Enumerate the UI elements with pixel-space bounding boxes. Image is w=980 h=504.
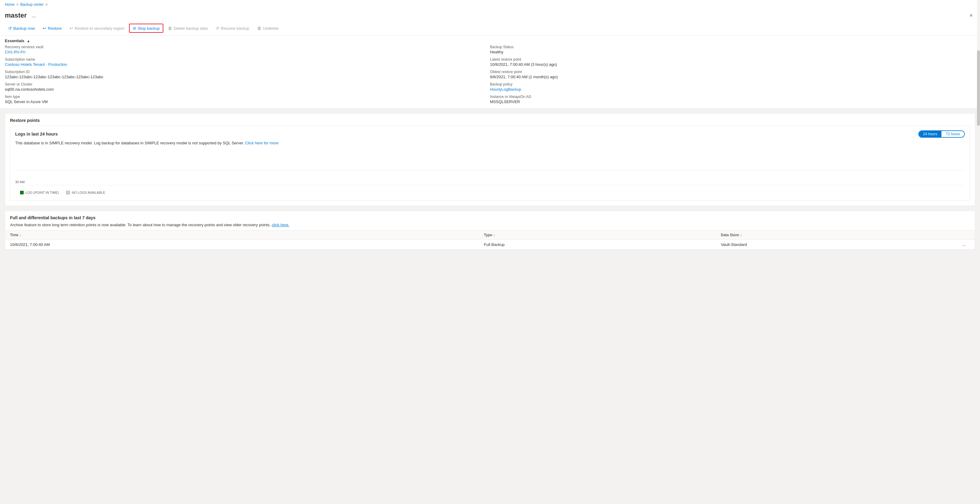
logs-message: This database is in SIMPLE recovery mode… <box>10 141 970 149</box>
backup-status-field: Backup Status Healthy <box>490 45 975 54</box>
toolbar: ↺ Backup now ↩ Restore ↩ Restore to seco… <box>5 22 975 35</box>
essentials-section: Essentials ▲ Recovery services vault CH1… <box>0 35 980 109</box>
restore-points-title: Restore points <box>5 114 975 126</box>
legend-log-color <box>20 191 24 194</box>
legend-log-label: LOG (POINT IN TIME) <box>25 191 59 194</box>
backup-now-button[interactable]: ↺ Backup now <box>5 24 38 32</box>
table-row: 10/8/2021, 7:00:40 AM Full Backup Vault-… <box>5 240 975 250</box>
oldest-restore-field: Oldest restore point 9/8/2021, 7:00:40 A… <box>490 70 975 79</box>
legend-nologs-color <box>66 191 70 194</box>
full-backups-card: Full and differential backups in last 7 … <box>5 211 975 250</box>
delete-backup-label: Delete backup data <box>173 26 208 31</box>
resume-backup-label: Resume backup <box>221 26 249 31</box>
col-actions <box>958 233 970 237</box>
col-time-label: Time <box>10 233 19 237</box>
restore-points-inner: Logs in last 24 hours 24 hours 72 hours … <box>10 126 970 201</box>
stop-backup-button[interactable]: ⊘ Stop backup <box>129 24 163 33</box>
72-hours-button[interactable]: 72 hours <box>942 131 964 137</box>
legend-nologs-item: NO LOGS AVAILABLE <box>66 191 105 194</box>
restore-button[interactable]: ↩ Restore <box>40 24 65 32</box>
sort-type-icon[interactable]: ↕ <box>493 233 495 237</box>
col-datastore-label: Data Store <box>721 233 739 237</box>
backup-status-value: Healthy <box>490 50 975 54</box>
subscription-name-value[interactable]: Contoso Hotels Tenant - Production <box>5 62 490 67</box>
close-button[interactable]: × <box>967 12 975 19</box>
subscription-id-label: Subscription ID <box>5 70 490 74</box>
backup-policy-field: Backup policy HourlyLogBackup <box>490 82 975 92</box>
full-backups-title: Full and differential backups in last 7 … <box>5 211 975 223</box>
undelete-button[interactable]: 🗑 Undelete <box>254 24 282 32</box>
legend-nologs-label: NO LOGS AVAILABLE <box>72 191 105 194</box>
chart-time-label: 30 AM <box>15 180 25 184</box>
notice-text: Archive feature to store long term reten… <box>10 223 270 227</box>
chart-legend: LOG (POINT IN TIME) NO LOGS AVAILABLE <box>15 188 965 197</box>
essentials-header[interactable]: Essentials ▲ <box>5 35 975 45</box>
essentials-left-col: Recovery services vault CH1-RV-Pri Subsc… <box>5 45 490 104</box>
logs-message-link[interactable]: Click here for more <box>245 141 279 145</box>
24-hours-button[interactable]: 24 hours <box>919 131 942 137</box>
legend-log-item: LOG (POINT IN TIME) <box>20 191 59 194</box>
server-value: sql00.na.contosohotels.com <box>5 87 490 92</box>
resume-backup-button[interactable]: ↺ Resume backup <box>212 24 253 32</box>
breadcrumb-sep1: > <box>16 2 19 7</box>
item-type-value: SQL Server in Azure VM <box>5 100 490 104</box>
restore-points-card: Restore points Logs in last 24 hours 24 … <box>5 113 975 206</box>
latest-restore-field: Latest restore point 10/8/2021, 7:00:40 … <box>490 57 975 67</box>
row-actions-btn[interactable]: ... <box>958 242 970 247</box>
server-label: Server or Cluster <box>5 82 490 86</box>
breadcrumb: Home > Backup center > <box>0 0 980 9</box>
row-type: Full Backup <box>484 242 721 247</box>
delete-backup-icon: 🗑 <box>168 26 172 31</box>
row-datastore: Vault-Standard <box>721 242 958 247</box>
breadcrumb-home[interactable]: Home <box>5 2 14 7</box>
row-time: 10/8/2021, 7:00:40 AM <box>10 242 484 247</box>
col-type: Type ↕ <box>484 233 721 237</box>
full-backups-notice: Archive feature to store long term reten… <box>5 223 975 230</box>
page-title: master <box>5 11 27 19</box>
essentials-title: Essentials <box>5 38 24 43</box>
scrollbar-thumb <box>977 50 980 126</box>
col-time: Time ↕ <box>10 233 484 237</box>
restore-label: Restore <box>48 26 62 31</box>
sort-time-icon[interactable]: ↕ <box>20 233 21 237</box>
latest-restore-value: 10/8/2021, 7:00:40 AM (3 hour(s) ago) <box>490 62 975 67</box>
scrollbar-track[interactable] <box>977 0 980 504</box>
essentials-grid: Recovery services vault CH1-RV-Pri Subsc… <box>5 45 975 108</box>
table-header: Time ↕ Type ↕ Data Store ↕ <box>5 230 975 240</box>
instance-value: MSSQLSERVER <box>490 100 975 104</box>
backup-policy-value[interactable]: HourlyLogBackup <box>490 87 975 92</box>
page-header: master ... × ↺ Backup now ↩ Restore ↩ Re… <box>0 9 980 35</box>
undelete-label: Undelete <box>263 26 279 31</box>
server-field: Server or Cluster sql00.na.contosohotels… <box>5 82 490 92</box>
time-toggle: 24 hours 72 hours <box>918 130 965 138</box>
oldest-restore-value: 9/8/2021, 7:00:40 AM (1 month(s) ago) <box>490 74 975 79</box>
restore-secondary-label: Restore to secondary region <box>75 26 124 31</box>
logs-message-text: This database is in SIMPLE recovery mode… <box>15 141 244 145</box>
notice-link[interactable]: click here. <box>272 223 290 227</box>
more-options-button[interactable]: ... <box>30 12 38 19</box>
main-content: Restore points Logs in last 24 hours 24 … <box>0 109 980 255</box>
restore-secondary-button[interactable]: ↩ Restore to secondary region <box>66 24 127 32</box>
resume-backup-icon: ↺ <box>216 26 219 31</box>
stop-backup-label: Stop backup <box>138 26 160 31</box>
item-type-field: Item type SQL Server in Azure VM <box>5 95 490 104</box>
breadcrumb-sep2: > <box>46 2 48 7</box>
essentials-collapse-icon: ▲ <box>27 39 30 43</box>
recovery-vault-value[interactable]: CH1-RV-Pri <box>5 50 490 54</box>
breadcrumb-backup-center[interactable]: Backup center <box>20 2 44 7</box>
item-type-label: Item type <box>5 95 490 99</box>
subscription-name-label: Subscription name <box>5 57 490 62</box>
essentials-right-col: Backup Status Healthy Latest restore poi… <box>490 45 975 104</box>
delete-backup-button[interactable]: 🗑 Delete backup data <box>165 24 211 32</box>
backup-status-label: Backup Status <box>490 45 975 49</box>
recovery-vault-label: Recovery services vault <box>5 45 490 49</box>
backup-policy-label: Backup policy <box>490 82 975 86</box>
restore-icon: ↩ <box>43 26 46 31</box>
instance-label: Instance or AlwaysOn AG <box>490 95 975 99</box>
recovery-vault-field: Recovery services vault CH1-RV-Pri <box>5 45 490 54</box>
undelete-icon: 🗑 <box>257 26 261 31</box>
backup-now-icon: ↺ <box>8 26 12 31</box>
col-datastore: Data Store ↕ <box>721 233 958 237</box>
sort-datastore-icon[interactable]: ↕ <box>740 233 742 237</box>
oldest-restore-label: Oldest restore point <box>490 70 975 74</box>
